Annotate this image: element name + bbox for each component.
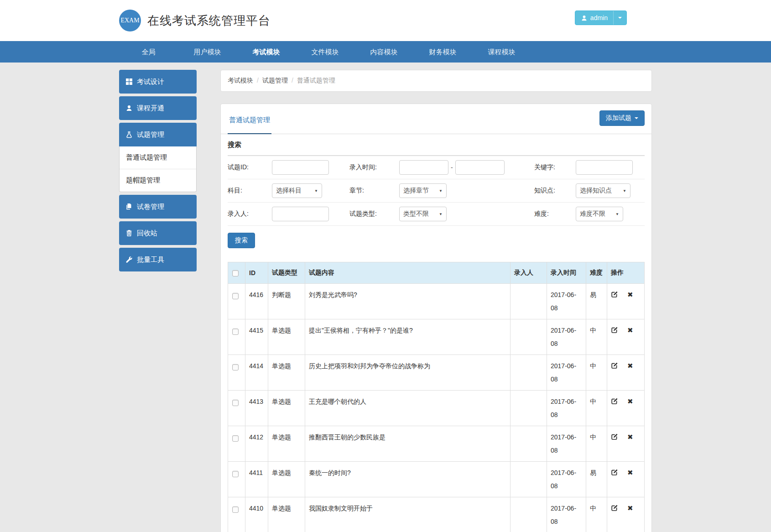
table-row: 4410 单选题 我国奴隶制文明开始于 2017-06-08 中 ✖ <box>228 497 645 532</box>
cell-type: 单选题 <box>268 462 305 497</box>
sidebar: 考试设计 课程开通 试题管理 普通试题管理 题帽题管理 试卷管理 <box>119 70 197 274</box>
col-header-recorder: 录入人 <box>511 262 547 284</box>
row-checkbox[interactable] <box>232 293 239 299</box>
chapter-select[interactable]: 选择章节 ▼ <box>399 183 447 198</box>
chevron-down-icon: ▼ <box>615 212 619 216</box>
nav-item-user-module[interactable]: 用户模块 <box>178 41 237 63</box>
logo-text: EXAM <box>120 17 139 24</box>
sidebar-subitem-normal-question[interactable]: 普通试题管理 <box>120 146 196 169</box>
edit-icon[interactable] <box>611 291 618 298</box>
question-id-input[interactable] <box>272 160 329 175</box>
nav-item-global[interactable]: 全局 <box>119 41 178 63</box>
table-row: 4414 单选题 历史上把项羽和刘邦为争夺帝位的战争称为 2017-06-08 … <box>228 355 645 391</box>
row-checkbox[interactable] <box>232 471 239 477</box>
cell-difficulty: 易 <box>586 284 607 319</box>
delete-icon[interactable]: ✖ <box>627 398 633 405</box>
cell-recorder <box>511 426 547 462</box>
edit-icon[interactable] <box>611 326 618 334</box>
delete-icon[interactable]: ✖ <box>627 433 633 440</box>
add-question-button[interactable]: 添加试题 <box>599 110 645 126</box>
breadcrumb-question-manage[interactable]: 试题管理 <box>262 77 288 84</box>
table-row: 4411 单选题 秦统一的时间? 2017-06-08 易 ✖ <box>228 462 645 497</box>
sidebar-subitem-cap-question[interactable]: 题帽题管理 <box>120 169 196 192</box>
col-header-content: 试题内容 <box>305 262 511 284</box>
edit-icon[interactable] <box>611 504 618 511</box>
cell-difficulty: 中 <box>586 426 607 462</box>
user-dropdown-button[interactable]: admin <box>575 10 627 25</box>
exam-logo: EXAM <box>119 10 141 31</box>
cell-content: 王充是哪个朝代的人 <box>305 391 511 426</box>
select-all-checkbox[interactable] <box>232 270 239 276</box>
knowledge-point-select[interactable]: 选择知识点 ▼ <box>576 183 630 198</box>
cell-recorder <box>511 497 547 532</box>
sidebar-item-exam-design[interactable]: 考试设计 <box>119 70 197 94</box>
user-icon <box>581 15 588 21</box>
copy-icon <box>125 203 133 210</box>
delete-icon[interactable]: ✖ <box>627 327 633 334</box>
question-type-select[interactable]: 类型不限 ▼ <box>399 207 447 221</box>
cell-id: 4412 <box>245 426 268 462</box>
question-table: ID 试题类型 试题内容 录入人 录入时间 难度 操作 4416 <box>228 262 645 532</box>
col-header-time: 录入时间 <box>547 262 586 284</box>
cell-id: 4414 <box>245 355 268 391</box>
cell-id: 4416 <box>245 284 268 319</box>
page-title: 在线考试系统管理平台 <box>147 13 271 29</box>
cell-content: 推翻西晋王朝的少数民族是 <box>305 426 511 462</box>
edit-icon[interactable] <box>611 433 618 440</box>
entry-time-end-input[interactable] <box>455 160 505 175</box>
subject-select[interactable]: 选择科目 ▼ <box>272 183 322 198</box>
edit-icon[interactable] <box>611 397 618 405</box>
cell-time: 2017-06-08 <box>547 391 586 426</box>
delete-icon[interactable]: ✖ <box>627 469 633 476</box>
keyword-input[interactable] <box>576 160 633 175</box>
sidebar-item-course-open[interactable]: 课程开通 <box>119 96 197 120</box>
nav-item-course-module[interactable]: 课程模块 <box>472 41 531 63</box>
cell-recorder <box>511 319 547 355</box>
difficulty-select[interactable]: 难度不限 ▼ <box>576 207 623 221</box>
entry-time-start-input[interactable] <box>399 160 448 175</box>
table-row: 4416 判断题 刘秀是光武帝吗? 2017-06-08 易 ✖ <box>228 284 645 319</box>
main-navbar: 全局 用户模块 考试模块 文件模块 内容模块 财务模块 课程模块 <box>0 41 771 63</box>
edit-icon[interactable] <box>611 362 618 369</box>
sidebar-item-question-manage[interactable]: 试题管理 <box>119 123 197 146</box>
nav-item-finance-module[interactable]: 财务模块 <box>413 41 472 63</box>
sidebar-item-batch-tools[interactable]: 批量工具 <box>119 248 197 271</box>
table-row: 4413 单选题 王充是哪个朝代的人 2017-06-08 中 ✖ <box>228 391 645 426</box>
user-button-main[interactable]: admin <box>575 11 613 25</box>
cell-recorder <box>511 462 547 497</box>
cell-time: 2017-06-08 <box>547 355 586 391</box>
row-checkbox[interactable] <box>232 329 239 335</box>
edit-icon[interactable] <box>611 469 618 476</box>
nav-item-content-module[interactable]: 内容模块 <box>354 41 413 63</box>
trash-icon <box>125 229 133 237</box>
cell-id: 4411 <box>245 462 268 497</box>
nav-item-file-module[interactable]: 文件模块 <box>296 41 354 63</box>
cell-time: 2017-06-08 <box>547 462 586 497</box>
row-checkbox[interactable] <box>232 506 239 513</box>
tab-normal-question-manage[interactable]: 普通试题管理 <box>228 116 271 134</box>
cell-type: 单选题 <box>268 391 305 426</box>
delete-icon[interactable]: ✖ <box>627 505 633 511</box>
cell-content: 刘秀是光武帝吗? <box>305 284 511 319</box>
user-caret-segment[interactable] <box>613 11 626 25</box>
recorder-input[interactable] <box>272 207 329 221</box>
search-section: 搜索 试题ID: 录入时间: - 关键字: <box>221 134 651 532</box>
cell-time: 2017-06-08 <box>547 284 586 319</box>
sidebar-item-paper-manage[interactable]: 试卷管理 <box>119 195 197 219</box>
delete-icon[interactable]: ✖ <box>627 362 633 369</box>
row-checkbox[interactable] <box>232 364 239 370</box>
nav-item-exam-module[interactable]: 考试模块 <box>237 41 296 63</box>
cell-content: 历史上把项羽和刘邦为争夺帝位的战争称为 <box>305 355 511 391</box>
delete-icon[interactable]: ✖ <box>627 291 633 298</box>
breadcrumb-current: 普通试题管理 <box>297 77 335 84</box>
breadcrumb-exam-module[interactable]: 考试模块 <box>228 77 253 84</box>
cell-type: 单选题 <box>268 355 305 391</box>
chevron-down-icon: ▼ <box>623 189 626 193</box>
sidebar-item-recycle-bin[interactable]: 回收站 <box>119 221 197 245</box>
row-checkbox[interactable] <box>232 400 239 406</box>
cell-time: 2017-06-08 <box>547 497 586 532</box>
search-button[interactable]: 搜索 <box>228 233 255 248</box>
chevron-down-icon <box>618 17 622 19</box>
cell-difficulty: 中 <box>586 355 607 391</box>
row-checkbox[interactable] <box>232 435 239 442</box>
